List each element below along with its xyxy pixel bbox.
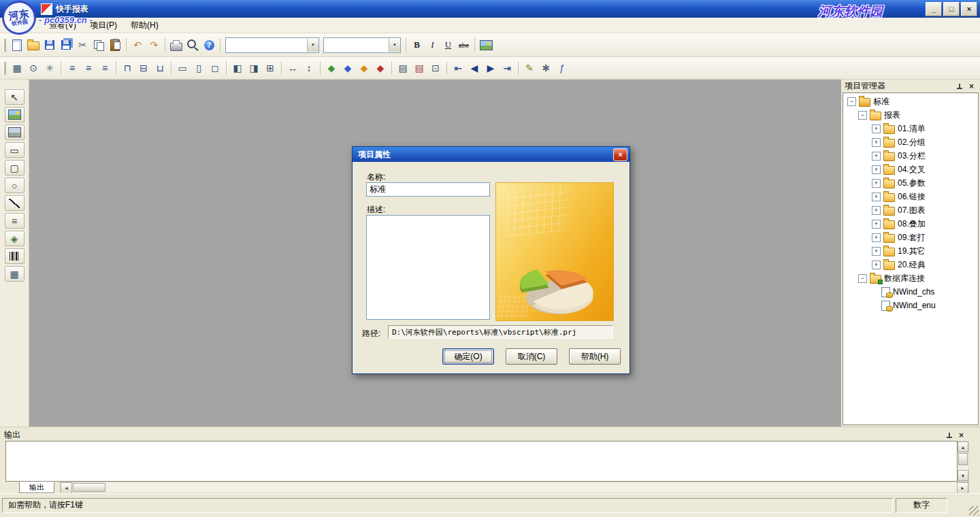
tree-item[interactable]: −报表 (843, 108, 978, 122)
script-editor-button[interactable]: ƒ (554, 61, 570, 76)
menu-help[interactable]: 帮助(H) (124, 18, 165, 33)
tree-item[interactable]: +06.链接 (843, 190, 978, 203)
grid-settings-button[interactable]: ✳ (42, 61, 58, 76)
prev-page-button[interactable]: ◀ (466, 61, 483, 76)
rounded-rectangle-tool-button[interactable]: ▢ (5, 160, 24, 176)
pin-icon[interactable] (944, 431, 954, 440)
align-lefts-button[interactable]: ≡ (64, 61, 80, 76)
expand-icon[interactable]: + (872, 220, 881, 229)
output-vertical-scrollbar[interactable]: ▲ ▼ (958, 441, 969, 482)
toolbar-grip[interactable] (3, 62, 6, 75)
tree-item[interactable]: +01.清单 (843, 122, 978, 135)
delete-datasource-button[interactable]: ◆ (372, 61, 389, 76)
align-bottoms-button[interactable]: ⊔ (152, 61, 168, 76)
strikeout-button[interactable]: abe (456, 37, 472, 52)
align-middles-button[interactable]: ⊟ (135, 61, 152, 76)
scroll-thumb[interactable] (958, 453, 968, 465)
scroll-track[interactable] (958, 452, 968, 470)
cancel-button[interactable]: 取消(C) (506, 348, 557, 365)
cut-button[interactable]: ✂ (74, 37, 91, 53)
output-horizontal-scrollbar[interactable]: ◄ ► (60, 482, 969, 493)
window-minimize-button[interactable]: _ (926, 2, 942, 16)
add-datasource-button[interactable]: ◆ (323, 61, 340, 76)
last-page-button[interactable]: ⇥ (499, 61, 515, 76)
name-input[interactable] (366, 182, 490, 197)
ellipse-tool-button[interactable]: ○ (5, 178, 24, 193)
dialog-close-button[interactable]: × (613, 148, 627, 161)
font-combo[interactable] (225, 37, 319, 53)
close-icon[interactable] (966, 82, 977, 91)
expand-icon[interactable]: + (872, 152, 881, 161)
find-button[interactable] (184, 37, 201, 53)
image-tool-button[interactable] (5, 124, 24, 140)
scroll-left-icon[interactable]: ◄ (61, 482, 72, 494)
tab-output[interactable]: 输出 (19, 482, 54, 493)
bold-button[interactable]: B (409, 37, 425, 52)
undo-button[interactable]: ↶ (129, 37, 146, 53)
tree-item[interactable]: NWind_chs (843, 285, 978, 299)
tree-item[interactable]: +04.交叉 (843, 163, 978, 176)
tree-item[interactable]: NWind_enu (843, 299, 978, 312)
redo-button[interactable]: ↷ (146, 37, 162, 53)
scroll-right-icon[interactable]: ► (957, 482, 968, 494)
report-properties-button[interactable]: ▦ (9, 61, 25, 76)
insert-image-button[interactable] (478, 37, 494, 53)
refresh-datasource-button[interactable]: ◆ (356, 61, 372, 76)
barcode-tool-button[interactable] (5, 248, 24, 264)
page-order-button[interactable]: ⊡ (427, 61, 444, 76)
font-size-combo[interactable] (323, 37, 401, 53)
preferences-button[interactable]: ✱ (538, 61, 554, 76)
same-height-button[interactable]: ▯ (191, 61, 207, 76)
save-all-button[interactable] (58, 37, 74, 53)
expand-icon[interactable]: + (872, 233, 881, 242)
expand-icon[interactable]: + (872, 206, 881, 215)
expand-icon[interactable]: + (872, 179, 881, 188)
tree-item[interactable]: +02.分组 (843, 135, 978, 149)
copy-button[interactable] (91, 37, 107, 53)
memo-tool-button[interactable]: ≡ (5, 213, 24, 229)
align-centers-button[interactable]: ≡ (80, 61, 97, 76)
expand-icon[interactable]: + (872, 165, 881, 174)
picture-tool-button[interactable] (5, 107, 24, 122)
description-textarea[interactable] (366, 215, 490, 320)
select-tool-button[interactable]: ↖ (5, 89, 24, 105)
tree-item[interactable]: +19.其它 (843, 244, 978, 258)
tree-item[interactable]: +07.图表 (843, 203, 978, 217)
collapse-icon[interactable]: − (858, 111, 867, 120)
output-content[interactable] (5, 441, 958, 482)
dropdown-arrow-icon[interactable] (389, 39, 400, 52)
scroll-up-icon[interactable]: ▲ (958, 441, 968, 452)
edit-datasource-button[interactable]: ◆ (340, 61, 356, 76)
design-pen-button[interactable]: ✎ (521, 61, 538, 76)
tree-item[interactable]: −标准 (843, 95, 978, 108)
window-close-button[interactable]: × (961, 2, 977, 16)
expand-icon[interactable]: + (872, 247, 881, 256)
tree-item[interactable]: +05.参数 (843, 176, 978, 190)
collapse-icon[interactable]: − (847, 97, 856, 106)
subreport-tool-button[interactable]: ▦ (5, 266, 24, 282)
group-button[interactable]: ⊞ (262, 61, 278, 76)
ok-button[interactable]: 确定(O) (442, 348, 494, 365)
help-button[interactable]: 帮助(H) (569, 348, 621, 365)
next-page-button[interactable]: ▶ (483, 61, 499, 76)
resize-grip[interactable] (969, 506, 979, 516)
close-icon[interactable] (956, 431, 966, 440)
space-across-button[interactable]: ↔ (284, 61, 301, 76)
toolbar-grip[interactable] (3, 39, 6, 52)
shape-tool-button[interactable]: ◈ (5, 231, 24, 246)
delete-page-button[interactable]: ▤ (411, 61, 427, 76)
expand-icon[interactable]: + (872, 261, 881, 269)
dropdown-arrow-icon[interactable] (307, 39, 318, 52)
scroll-thumb[interactable] (73, 483, 105, 492)
expand-icon[interactable]: + (872, 193, 881, 201)
rectangle-tool-button[interactable]: ▭ (5, 142, 24, 158)
tree-item[interactable]: +09.套打 (843, 231, 978, 244)
zoom-button[interactable]: ⊙ (25, 61, 42, 76)
same-size-button[interactable]: ◻ (207, 61, 223, 76)
tree-item[interactable]: +20.经典 (843, 258, 978, 271)
help-button[interactable] (201, 37, 217, 53)
space-down-button[interactable]: ↕ (301, 61, 317, 76)
collapse-icon[interactable]: − (858, 274, 867, 283)
underline-button[interactable]: U (440, 37, 456, 52)
print-button[interactable] (168, 37, 184, 53)
